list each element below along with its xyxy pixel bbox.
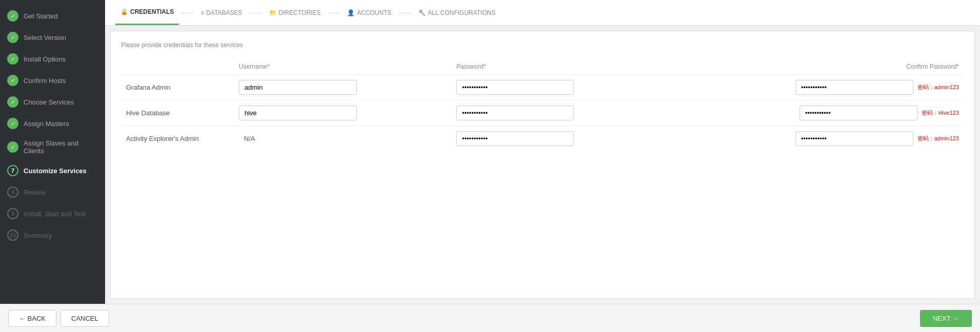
password-cell-1 <box>451 100 668 126</box>
service-name-0: Grafana Admin <box>121 75 234 100</box>
sidebar-item-install-start-test[interactable]: 9Install, Start and Test <box>0 203 105 224</box>
password-hint-2: 密码：admin123 <box>917 135 959 142</box>
cancel-button[interactable]: CANCEL <box>60 310 109 327</box>
tab-icon-all-configurations: 🔧 <box>418 9 426 16</box>
tab-separator-4: —— <box>399 9 411 16</box>
confirm-password-cell-1: 密码：Hive123 <box>669 100 964 126</box>
password-cell-0 <box>451 75 668 100</box>
sidebar-label-assign-masters: Assign Masters <box>24 120 69 128</box>
sidebar-label-select-version: Select Version <box>24 34 66 42</box>
confirm-password-input-1[interactable] <box>800 106 917 120</box>
sidebar-item-confirm-hosts[interactable]: ✓Confirm Hosts <box>0 70 105 91</box>
sidebar-item-select-version[interactable]: ✓Select Version <box>0 27 105 48</box>
sidebar-label-review: Review <box>24 189 46 196</box>
tab-icon-databases: ≡ <box>200 9 204 16</box>
password-hint-1: 密码：Hive123 <box>922 109 959 117</box>
sidebar-icon-review: 8 <box>7 186 18 198</box>
tab-icon-credentials: 🔒 <box>120 8 128 15</box>
sidebar-icon-confirm-hosts: ✓ <box>7 75 18 86</box>
username-cell-2: N/A <box>234 126 451 152</box>
sidebar-item-choose-services[interactable]: ✓Choose Services <box>0 91 105 113</box>
username-cell-1 <box>234 100 451 126</box>
sidebar-icon-install-start-test: 9 <box>7 208 18 219</box>
tab-separator-1: —— <box>181 9 193 16</box>
username-cell-0 <box>234 75 451 100</box>
confirm-password-cell-0: 密码：admin123 <box>669 75 964 100</box>
username-na-2: N/A <box>239 135 255 142</box>
content-area: Please provide credentials for these ser… <box>110 31 975 299</box>
sidebar-icon-customize-services: 7 <box>7 165 18 176</box>
tab-label-directories: DIRECTORIES <box>279 9 321 16</box>
password-input-2[interactable] <box>456 131 574 146</box>
tab-accounts[interactable]: 👤ACCOUNTS <box>342 0 396 25</box>
sidebar-item-assign-slaves[interactable]: ✓Assign Slaves and Clients <box>0 134 105 160</box>
sidebar-icon-install-options: ✓ <box>7 53 18 65</box>
tab-databases[interactable]: ≡DATABASES <box>195 0 247 25</box>
password-hint-0: 密码：admin123 <box>917 84 959 91</box>
service-name-1: Hive Database <box>121 100 234 126</box>
username-input-1[interactable] <box>239 106 357 120</box>
tab-label-all-configurations: ALL CONFIGURATIONS <box>428 9 496 16</box>
subtitle: Please provide credentials for these ser… <box>121 42 964 49</box>
table-row: Hive Database密码：Hive123 <box>121 100 964 126</box>
sidebar-icon-get-started: ✓ <box>7 10 18 22</box>
col-password: Password* <box>451 59 668 75</box>
credentials-table: Username* Password* Confirm Password* Gr… <box>121 59 964 151</box>
sidebar-label-install-start-test: Install, Start and Test <box>24 210 86 218</box>
next-button[interactable]: NEXT → <box>920 310 972 327</box>
sidebar-item-customize-services[interactable]: 7Customize Services <box>0 160 105 181</box>
table-row: Grafana Admin密码：admin123 <box>121 75 964 100</box>
tab-all-configurations[interactable]: 🔧ALL CONFIGURATIONS <box>413 0 501 25</box>
confirm-password-cell-2: 密码：admin123 <box>669 126 964 152</box>
password-cell-2 <box>451 126 668 152</box>
sidebar-label-confirm-hosts: Confirm Hosts <box>24 77 66 85</box>
confirm-password-input-0[interactable] <box>795 80 913 95</box>
tab-credentials[interactable]: 🔒CREDENTIALS <box>115 0 179 25</box>
sidebar-item-assign-masters[interactable]: ✓Assign Masters <box>0 113 105 134</box>
sidebar-item-review[interactable]: 8Review <box>0 181 105 203</box>
sidebar-icon-assign-slaves: ✓ <box>7 141 18 153</box>
footer: ← BACK CANCEL NEXT → <box>0 304 980 332</box>
sidebar-icon-choose-services: ✓ <box>7 96 18 108</box>
tab-label-credentials: CREDENTIALS <box>130 8 174 15</box>
sidebar-label-assign-slaves: Assign Slaves and Clients <box>24 139 98 155</box>
sidebar-item-get-started[interactable]: ✓Get Started <box>0 5 105 27</box>
tab-directories[interactable]: 📁DIRECTORIES <box>264 0 326 25</box>
tab-separator-3: —— <box>328 9 340 16</box>
back-button[interactable]: ← BACK <box>8 310 56 327</box>
sidebar-label-choose-services: Choose Services <box>24 98 74 106</box>
tab-separator-2: —— <box>250 9 262 16</box>
sidebar-item-summary[interactable]: 10Summary <box>0 224 105 246</box>
col-confirm-password: Confirm Password* <box>669 59 964 75</box>
sidebar-label-get-started: Get Started <box>24 12 57 20</box>
password-input-0[interactable] <box>456 80 574 95</box>
main-content: 🔒CREDENTIALS——≡DATABASES——📁DIRECTORIES——… <box>105 0 980 304</box>
username-input-0[interactable] <box>239 80 357 95</box>
sidebar-item-install-options[interactable]: ✓Install Options <box>0 48 105 70</box>
tab-icon-accounts: 👤 <box>347 9 355 16</box>
tab-label-accounts: ACCOUNTS <box>357 9 391 16</box>
tab-label-databases: DATABASES <box>206 9 242 16</box>
tab-icon-directories: 📁 <box>269 9 277 16</box>
tab-bar: 🔒CREDENTIALS——≡DATABASES——📁DIRECTORIES——… <box>105 0 980 26</box>
sidebar-icon-summary: 10 <box>7 230 18 241</box>
confirm-password-input-2[interactable] <box>795 131 913 146</box>
table-row: Activity Explorer's AdminN/A密码：admin123 <box>121 126 964 152</box>
sidebar-label-summary: Summary <box>24 232 52 239</box>
sidebar: ✓Get Started✓Select Version✓Install Opti… <box>0 0 105 304</box>
col-username: Username* <box>234 59 451 75</box>
sidebar-icon-select-version: ✓ <box>7 32 18 43</box>
sidebar-label-customize-services: Customize Services <box>24 167 87 175</box>
service-name-2: Activity Explorer's Admin <box>121 126 234 152</box>
password-input-1[interactable] <box>456 106 574 120</box>
sidebar-label-install-options: Install Options <box>24 55 66 63</box>
sidebar-icon-assign-masters: ✓ <box>7 118 18 129</box>
